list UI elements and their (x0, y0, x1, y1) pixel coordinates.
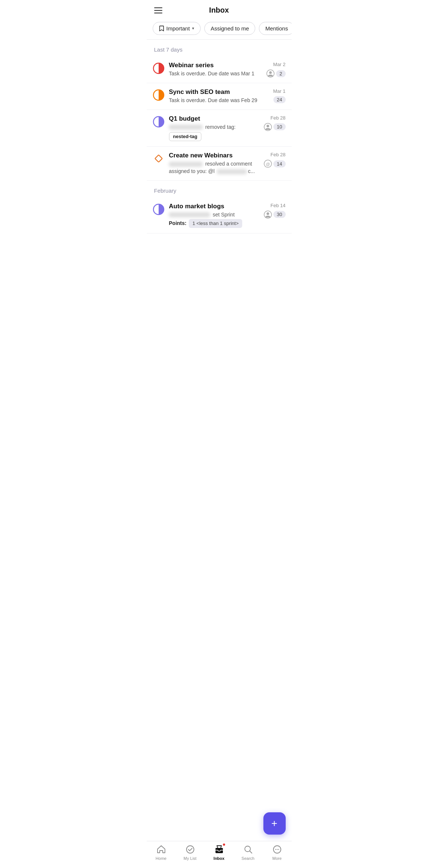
blurred-name (169, 125, 202, 130)
notif-date: Feb 28 (270, 152, 285, 157)
action-text: removed tag: (205, 124, 236, 130)
count-badge: 10 (273, 123, 285, 130)
task-icon-red-half (153, 62, 165, 74)
notif-title: Sync with SEO team (169, 88, 259, 96)
svg-point-12 (267, 212, 269, 215)
task-icon-purple-half-2 (153, 203, 165, 215)
blurred-name (169, 212, 210, 217)
avatar-icon (264, 123, 272, 131)
avatar-icon (264, 211, 272, 219)
notif-date: Mar 2 (273, 62, 285, 67)
notif-subtitle: set Sprint Points: 1 <less than 1 sprint… (169, 211, 259, 228)
notif-body: Sync with SEO team Task is overdue. Due … (169, 88, 259, 104)
list-item[interactable]: Create new Webinars resolved a comment a… (147, 147, 292, 180)
notif-date: Feb 28 (270, 115, 285, 121)
list-item[interactable]: Sync with SEO team Task is overdue. Due … (147, 83, 292, 110)
notif-meta: Feb 14 30 (263, 203, 286, 219)
assigned-label: Assigned to me (211, 25, 249, 32)
task-icon-orange-diamond (153, 153, 165, 164)
list-item[interactable]: Q1 budget removed tag: nested-tag Feb 28… (147, 110, 292, 147)
count-badge: 30 (273, 211, 285, 218)
notif-body: Q1 budget removed tag: nested-tag (169, 115, 259, 141)
notif-meta: Feb 28 @ 14 (263, 152, 286, 168)
notif-meta: Feb 28 10 (263, 115, 286, 131)
main-content: Last 7 days Webinar series Task is overd… (147, 40, 292, 263)
points-label: Points: (169, 220, 186, 227)
notif-count-row: 30 (264, 211, 285, 219)
notif-title: Auto market blogs (169, 203, 259, 210)
svg-point-2 (269, 71, 272, 74)
notif-subtitle: Task is overdue. Due date was Feb 29 (169, 97, 259, 104)
bookmark-icon (159, 26, 164, 32)
header: Inbox (147, 0, 292, 19)
notif-meta: Mar 1 24 (263, 88, 286, 103)
notif-date: Feb 14 (270, 203, 285, 208)
sprint-badge: 1 <less than 1 sprint> (189, 219, 242, 228)
mentions-label: Mentions (265, 25, 288, 32)
notif-count-row: @ 14 (264, 160, 285, 168)
points-row: Points: 1 <less than 1 sprint> (169, 219, 259, 228)
task-icon-orange-half (153, 89, 165, 101)
blurred-name (169, 162, 202, 167)
svg-rect-7 (155, 155, 162, 162)
action-text: set Sprint (212, 212, 234, 218)
notif-date: Mar 1 (273, 88, 285, 94)
notif-count-row: 2 (266, 69, 285, 78)
important-label: Important (166, 25, 190, 32)
at-icon: @ (264, 160, 272, 168)
filter-mentions[interactable]: Mentions (259, 22, 291, 35)
notif-body: Auto market blogs set Sprint Points: 1 <… (169, 203, 259, 228)
count-badge: 14 (273, 160, 285, 167)
task-icon-purple-half (153, 116, 165, 128)
notif-subtitle: removed tag: nested-tag (169, 124, 259, 141)
notif-body: Webinar series Task is overdue. Due date… (169, 62, 259, 78)
list-item[interactable]: Webinar series Task is overdue. Due date… (147, 56, 292, 83)
notif-title: Q1 budget (169, 115, 259, 123)
notif-count-row: 24 (273, 96, 285, 103)
filter-assigned[interactable]: Assigned to me (204, 22, 255, 35)
notif-count-row: 10 (264, 123, 285, 131)
section-label-7days: Last 7 days (147, 40, 292, 56)
notif-subtitle: resolved a comment assigned to you: @l c… (169, 160, 259, 175)
notif-body: Create new Webinars resolved a comment a… (169, 152, 259, 175)
notif-title: Create new Webinars (169, 152, 259, 159)
action-end: c... (248, 168, 255, 174)
page-title: Inbox (209, 6, 229, 14)
svg-point-6 (267, 125, 269, 127)
menu-icon[interactable] (154, 7, 162, 13)
filter-bar: Important ▾ Assigned to me Mentions (147, 19, 292, 39)
chevron-down-icon: ▾ (192, 26, 194, 31)
count-badge: 24 (273, 96, 285, 103)
avatar-icon (266, 69, 275, 78)
notif-meta: Mar 2 2 (263, 62, 286, 78)
blurred-text (217, 169, 247, 174)
list-item[interactable]: Auto market blogs set Sprint Points: 1 <… (147, 198, 292, 234)
filter-important[interactable]: Important ▾ (153, 22, 201, 35)
notif-subtitle: Task is overdue. Due date was Mar 1 (169, 70, 259, 78)
notif-title: Webinar series (169, 62, 259, 69)
svg-text:@: @ (266, 162, 270, 166)
section-label-february: February (147, 181, 292, 198)
tag-badge: nested-tag (169, 132, 202, 141)
count-badge: 2 (276, 70, 285, 77)
